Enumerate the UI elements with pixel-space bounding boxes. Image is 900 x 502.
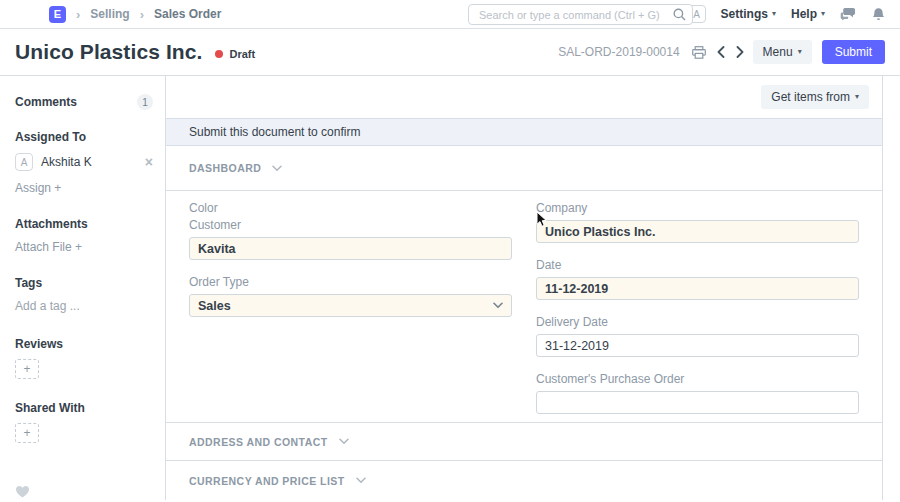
status-label: Draft <box>229 48 255 60</box>
settings-label: Settings <box>721 7 768 21</box>
comments-count-badge: 1 <box>137 94 153 110</box>
caret-down-icon: ▾ <box>772 10 776 18</box>
customer-field[interactable] <box>189 237 512 260</box>
assigned-to-label: Assigned To <box>15 130 153 144</box>
submit-button[interactable]: Submit <box>822 40 885 64</box>
breadcrumb-sales-order[interactable]: Sales Order <box>154 7 221 21</box>
customer-purchase-order-field[interactable] <box>536 391 859 414</box>
breadcrumb-selling[interactable]: Selling <box>90 7 129 21</box>
app-window: E › Selling › Sales Order A Settings ▾ H… <box>0 0 900 502</box>
remove-assignee-icon[interactable]: × <box>145 155 153 169</box>
comments-row[interactable]: Comments 1 <box>15 94 153 110</box>
app-logo[interactable]: E <box>49 6 66 23</box>
attachments-label: Attachments <box>15 217 153 231</box>
date-label: Date <box>536 258 859 272</box>
assignee-name: Akshita K <box>41 155 92 169</box>
add-tag-input[interactable]: Add a tag ... <box>15 299 153 313</box>
company-field[interactable] <box>536 220 859 243</box>
section-label: DASHBOARD <box>189 162 261 174</box>
caret-down-icon: ▾ <box>855 93 859 101</box>
shared-with-label: Shared With <box>15 401 153 415</box>
form-main: Get items from ▾ Submit this document to… <box>165 76 883 500</box>
settings-menu[interactable]: Settings ▾ <box>721 7 776 21</box>
top-navbar: E › Selling › Sales Order A Settings ▾ H… <box>0 0 900 29</box>
like-heart-icon[interactable] <box>15 485 153 501</box>
section-label: ADDRESS AND CONTACT <box>189 436 328 448</box>
form-section-fields: Color Customer Order Type <box>166 191 882 423</box>
document-id: SAL-ORD-2019-00014 <box>558 45 679 59</box>
page-title: Unico Plastics Inc. <box>15 40 202 64</box>
assignee-item: A Akshita K × <box>15 153 153 171</box>
chevron-down-icon <box>356 477 366 484</box>
notifications-bell-icon[interactable] <box>872 7 885 22</box>
menu-label: Menu <box>763 45 793 59</box>
date-field[interactable] <box>536 277 859 300</box>
order-type-value <box>189 294 512 317</box>
section-dashboard[interactable]: DASHBOARD <box>166 146 882 191</box>
menu-button[interactable]: Menu ▾ <box>753 40 812 64</box>
status-badge: Draft <box>215 48 255 60</box>
navbar-actions: A Settings ▾ Help ▾ <box>688 5 885 23</box>
get-items-label: Get items from <box>771 90 850 104</box>
chat-icon[interactable] <box>840 7 857 21</box>
order-type-label: Order Type <box>189 275 512 289</box>
page-header: Unico Plastics Inc. Draft SAL-ORD-2019-0… <box>0 29 900 76</box>
search-icon <box>673 8 686 21</box>
add-share-button[interactable]: + <box>15 423 39 443</box>
search-input[interactable] <box>468 4 693 25</box>
prev-doc-chevron-icon[interactable] <box>715 46 727 58</box>
chevron-down-icon <box>493 302 503 309</box>
customer-purchase-order-label: Customer's Purchase Order <box>536 372 859 386</box>
form-column-right: Company Date Delivery Date Customer's Pu… <box>536 201 859 422</box>
assign-link[interactable]: Assign + <box>15 181 153 195</box>
caret-down-icon: ▾ <box>821 10 825 18</box>
print-icon[interactable] <box>690 46 708 59</box>
section-currency-and-price-list[interactable]: CURRENCY AND PRICE LIST <box>166 461 882 500</box>
header-actions: SAL-ORD-2019-00014 Menu ▾ Submit <box>558 40 885 64</box>
global-search <box>468 4 693 25</box>
attach-file-link[interactable]: Attach File + <box>15 240 153 254</box>
chevron-down-icon <box>339 438 349 445</box>
chevron-down-icon <box>272 165 282 172</box>
order-type-select[interactable] <box>189 294 512 317</box>
get-items-from-button[interactable]: Get items from ▾ <box>761 85 869 109</box>
add-review-button[interactable]: + <box>15 359 39 379</box>
color-label: Color <box>189 201 512 215</box>
section-label: CURRENCY AND PRICE LIST <box>189 475 345 487</box>
reviews-label: Reviews <box>15 337 153 351</box>
delivery-date-field[interactable] <box>536 334 859 357</box>
assignee-avatar: A <box>15 153 33 171</box>
delivery-date-label: Delivery Date <box>536 315 859 329</box>
caret-down-icon: ▾ <box>798 48 802 56</box>
help-label: Help <box>791 7 817 21</box>
help-menu[interactable]: Help ▾ <box>791 7 825 21</box>
status-dot-icon <box>215 50 223 58</box>
form-sidebar: Comments 1 Assigned To A Akshita K × Ass… <box>0 76 165 500</box>
breadcrumb-chevron-icon: › <box>140 7 144 22</box>
form-column-left: Color Customer Order Type <box>189 201 512 422</box>
next-doc-chevron-icon[interactable] <box>734 46 746 58</box>
comments-label: Comments <box>15 95 77 109</box>
tags-label: Tags <box>15 276 153 290</box>
breadcrumb-chevron-icon: › <box>76 7 80 22</box>
form-toolbar: Get items from ▾ <box>166 76 882 118</box>
submit-banner: Submit this document to confirm <box>166 118 882 146</box>
company-label: Company <box>536 201 859 215</box>
customer-label: Customer <box>189 218 512 232</box>
section-address-and-contact[interactable]: ADDRESS AND CONTACT <box>166 423 882 461</box>
